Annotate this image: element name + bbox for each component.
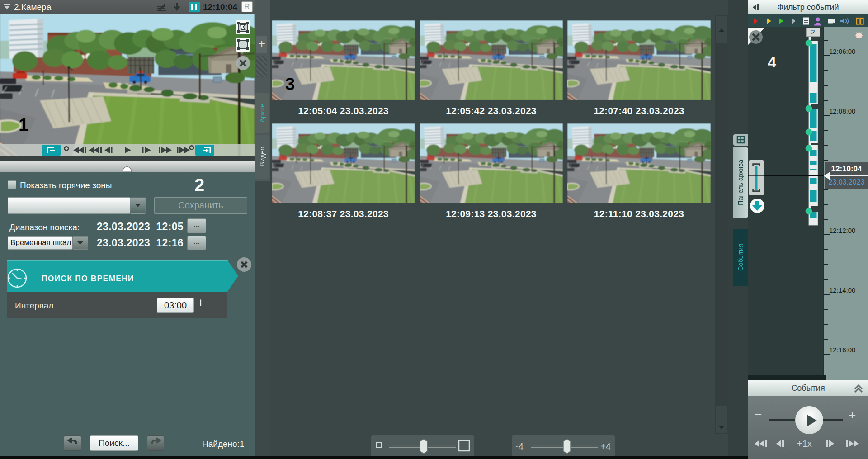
svg-text:+4: +4 xyxy=(600,441,611,451)
svg-text:-4: -4 xyxy=(515,441,524,451)
